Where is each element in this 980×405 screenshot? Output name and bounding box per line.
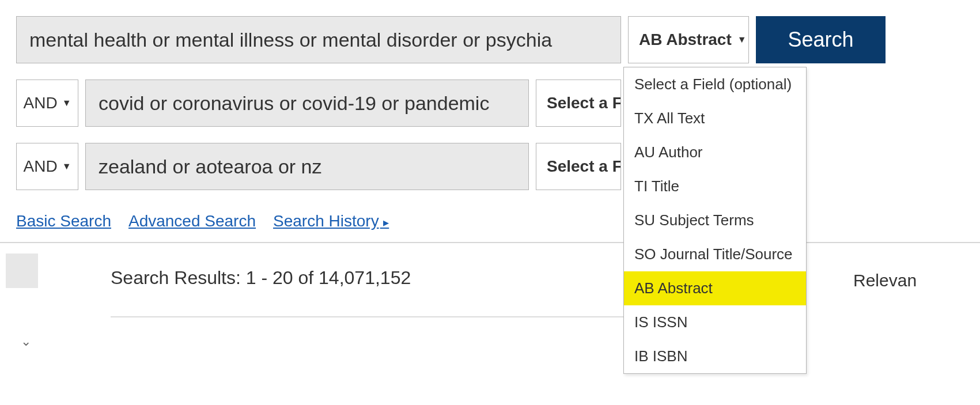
basic-search-link[interactable]: Basic Search [16,212,111,230]
field-dropdown-menu: Select a Field (optional) TX All Text AU… [623,67,807,374]
search-history-label: Search History [273,212,379,230]
search-input-3[interactable] [85,143,529,190]
chevron-down-icon[interactable]: ⌄ [21,334,31,349]
caret-down-icon: ▼ [62,98,71,108]
field-select-2-label: Select a Field (optional) [547,94,621,112]
dropdown-item[interactable]: IS ISSN [624,305,806,339]
caret-down-icon: ▼ [737,35,747,45]
search-history-link[interactable]: Search History ▸ [273,212,389,230]
field-select-3[interactable]: Select a Field (optional) [536,143,621,190]
dropdown-item[interactable]: Select a Field (optional) [624,67,806,101]
search-row-3: AND ▼ Select a Field (optional) [16,143,964,190]
dropdown-item-highlighted[interactable]: AB Abstract [624,271,806,305]
search-input-1[interactable] [16,16,621,63]
search-row-2: AND ▼ Select a Field (optional) [16,80,964,127]
boolean-select-3-label: AND [24,157,58,176]
search-row-1: AB Abstract ▼ Search [16,16,964,63]
boolean-select-2[interactable]: AND ▼ [16,80,78,127]
search-form: AB Abstract ▼ Search AND ▼ Select a Fiel… [0,0,980,212]
results-area: ⌄ Search Results: 1 - 20 of 14,071,152 R… [0,242,980,359]
sidebar-placeholder-1 [6,253,38,288]
chevron-right-icon: ▸ [380,216,389,229]
boolean-select-2-label: AND [24,94,58,112]
field-select-1-label: AB Abstract [639,31,732,49]
dropdown-item[interactable]: SO Journal Title/Source [624,237,806,271]
dropdown-item[interactable]: TX All Text [624,101,806,135]
field-select-2[interactable]: Select a Field (optional) [536,80,621,127]
dropdown-item[interactable]: IB ISBN [624,339,806,373]
search-mode-links: Basic Search Advanced Search Search Hist… [0,212,980,242]
search-input-2[interactable] [85,80,529,127]
results-range: 1 - 20 of 14,071,152 [246,267,411,288]
sort-label[interactable]: Relevan [853,271,917,290]
dropdown-item[interactable]: SU Subject Terms [624,203,806,237]
field-select-3-label: Select a Field (optional) [547,157,621,176]
dropdown-item[interactable]: AU Author [624,135,806,169]
results-label: Search Results: [111,267,241,288]
dropdown-item[interactable]: TI Title [624,169,806,203]
field-select-1[interactable]: AB Abstract ▼ [628,16,749,63]
advanced-search-link[interactable]: Advanced Search [128,212,256,230]
left-sidebar: ⌄ [0,243,69,359]
search-button[interactable]: Search [756,16,886,63]
sort-pane: Relevan [836,243,980,359]
caret-down-icon: ▼ [62,161,71,172]
boolean-select-3[interactable]: AND ▼ [16,143,78,190]
